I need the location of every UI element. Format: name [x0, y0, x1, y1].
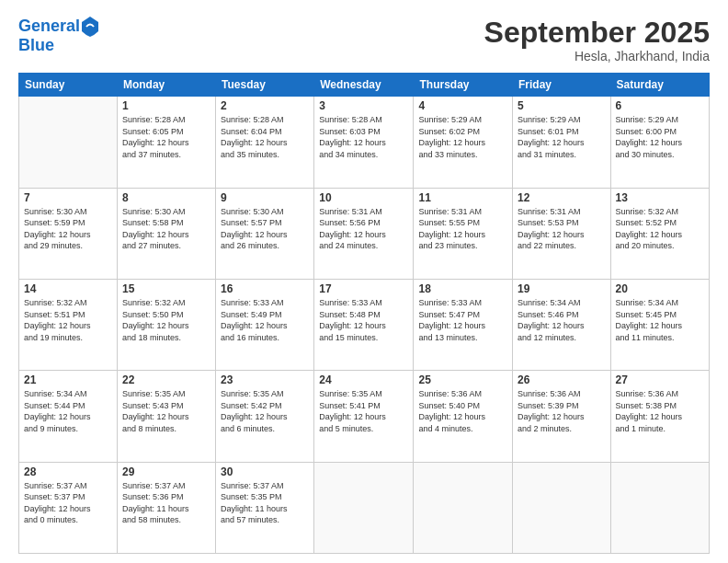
- calendar-cell: 6Sunrise: 5:29 AM Sunset: 6:00 PM Daylig…: [610, 97, 709, 188]
- calendar-cell: 29Sunrise: 5:37 AM Sunset: 5:36 PM Dayli…: [117, 462, 215, 553]
- calendar-week-0: 1Sunrise: 5:28 AM Sunset: 6:05 PM Daylig…: [19, 97, 710, 188]
- day-number: 8: [122, 191, 210, 204]
- cell-info: Sunrise: 5:35 AM Sunset: 5:41 PM Dayligh…: [319, 388, 408, 434]
- calendar-cell: 20Sunrise: 5:34 AM Sunset: 5:45 PM Dayli…: [610, 279, 709, 370]
- calendar-cell: [314, 462, 414, 553]
- page: General Blue September 2025 Hesla, Jhark…: [0, 0, 728, 563]
- weekday-tuesday: Tuesday: [216, 74, 314, 97]
- cell-info: Sunrise: 5:30 AM Sunset: 5:57 PM Dayligh…: [221, 206, 309, 252]
- cell-info: Sunrise: 5:31 AM Sunset: 5:55 PM Dayligh…: [418, 206, 507, 252]
- day-number: 2: [221, 99, 309, 112]
- weekday-wednesday: Wednesday: [314, 74, 414, 97]
- calendar-cell: 19Sunrise: 5:34 AM Sunset: 5:46 PM Dayli…: [513, 279, 611, 370]
- calendar-cell: 26Sunrise: 5:36 AM Sunset: 5:39 PM Dayli…: [513, 371, 611, 462]
- cell-info: Sunrise: 5:32 AM Sunset: 5:51 PM Dayligh…: [24, 297, 112, 343]
- day-number: 16: [221, 282, 309, 295]
- calendar-cell: 8Sunrise: 5:30 AM Sunset: 5:58 PM Daylig…: [117, 188, 215, 279]
- weekday-monday: Monday: [117, 74, 215, 97]
- weekday-saturday: Saturday: [610, 74, 709, 97]
- cell-info: Sunrise: 5:35 AM Sunset: 5:43 PM Dayligh…: [122, 388, 210, 434]
- day-number: 5: [518, 99, 606, 112]
- day-number: 14: [24, 282, 112, 295]
- logo-text: General: [18, 17, 80, 36]
- location: Hesla, Jharkhand, India: [484, 49, 710, 63]
- cell-info: Sunrise: 5:28 AM Sunset: 6:05 PM Dayligh…: [122, 114, 210, 160]
- day-number: 18: [418, 282, 507, 295]
- weekday-friday: Friday: [513, 74, 611, 97]
- cell-info: Sunrise: 5:34 AM Sunset: 5:44 PM Dayligh…: [24, 388, 112, 434]
- calendar-table: SundayMondayTuesdayWednesdayThursdayFrid…: [18, 73, 710, 554]
- cell-info: Sunrise: 5:31 AM Sunset: 5:53 PM Dayligh…: [518, 206, 606, 252]
- cell-info: Sunrise: 5:28 AM Sunset: 6:03 PM Dayligh…: [319, 114, 408, 160]
- calendar-cell: 14Sunrise: 5:32 AM Sunset: 5:51 PM Dayli…: [19, 279, 118, 370]
- calendar-cell: 13Sunrise: 5:32 AM Sunset: 5:52 PM Dayli…: [610, 188, 709, 279]
- day-number: 10: [319, 191, 408, 204]
- calendar-cell: 30Sunrise: 5:37 AM Sunset: 5:35 PM Dayli…: [216, 462, 314, 553]
- weekday-sunday: Sunday: [19, 74, 118, 97]
- logo-subtext: Blue: [18, 37, 98, 55]
- day-number: 21: [24, 373, 112, 386]
- calendar-cell: 2Sunrise: 5:28 AM Sunset: 6:04 PM Daylig…: [216, 97, 314, 188]
- day-number: 12: [518, 191, 606, 204]
- day-number: 3: [319, 99, 408, 112]
- day-number: 19: [518, 282, 606, 295]
- calendar-cell: 12Sunrise: 5:31 AM Sunset: 5:53 PM Dayli…: [513, 188, 611, 279]
- day-number: 23: [221, 373, 309, 386]
- cell-info: Sunrise: 5:33 AM Sunset: 5:48 PM Dayligh…: [319, 297, 408, 343]
- calendar-cell: [19, 97, 118, 188]
- day-number: 9: [221, 191, 309, 204]
- day-number: 29: [122, 465, 210, 478]
- cell-info: Sunrise: 5:37 AM Sunset: 5:36 PM Dayligh…: [122, 480, 210, 526]
- day-number: 7: [24, 191, 112, 204]
- cell-info: Sunrise: 5:32 AM Sunset: 5:50 PM Dayligh…: [122, 297, 210, 343]
- day-number: 15: [122, 282, 210, 295]
- day-number: 6: [616, 99, 704, 112]
- cell-info: Sunrise: 5:28 AM Sunset: 6:04 PM Dayligh…: [221, 114, 309, 160]
- day-number: 1: [122, 99, 210, 112]
- calendar-cell: 15Sunrise: 5:32 AM Sunset: 5:50 PM Dayli…: [117, 279, 215, 370]
- calendar-week-2: 14Sunrise: 5:32 AM Sunset: 5:51 PM Dayli…: [19, 279, 710, 370]
- cell-info: Sunrise: 5:36 AM Sunset: 5:40 PM Dayligh…: [418, 388, 507, 434]
- cell-info: Sunrise: 5:29 AM Sunset: 6:02 PM Dayligh…: [418, 114, 507, 160]
- calendar-cell: 25Sunrise: 5:36 AM Sunset: 5:40 PM Dayli…: [414, 371, 513, 462]
- calendar-cell: 17Sunrise: 5:33 AM Sunset: 5:48 PM Dayli…: [314, 279, 414, 370]
- day-number: 26: [518, 373, 606, 386]
- calendar-cell: [414, 462, 513, 553]
- calendar-cell: 18Sunrise: 5:33 AM Sunset: 5:47 PM Dayli…: [414, 279, 513, 370]
- cell-info: Sunrise: 5:34 AM Sunset: 5:46 PM Dayligh…: [518, 297, 606, 343]
- cell-info: Sunrise: 5:30 AM Sunset: 5:58 PM Dayligh…: [122, 206, 210, 252]
- calendar-cell: 23Sunrise: 5:35 AM Sunset: 5:42 PM Dayli…: [216, 371, 314, 462]
- cell-info: Sunrise: 5:35 AM Sunset: 5:42 PM Dayligh…: [221, 388, 309, 434]
- cell-info: Sunrise: 5:36 AM Sunset: 5:39 PM Dayligh…: [518, 388, 606, 434]
- month-title: September 2025: [484, 17, 710, 49]
- day-number: 27: [616, 373, 704, 386]
- day-number: 13: [616, 191, 704, 204]
- cell-info: Sunrise: 5:33 AM Sunset: 5:49 PM Dayligh…: [221, 297, 309, 343]
- day-number: 11: [418, 191, 507, 204]
- day-number: 30: [221, 465, 309, 478]
- day-number: 20: [616, 282, 704, 295]
- calendar-cell: 4Sunrise: 5:29 AM Sunset: 6:02 PM Daylig…: [414, 97, 513, 188]
- cell-info: Sunrise: 5:34 AM Sunset: 5:45 PM Dayligh…: [616, 297, 704, 343]
- calendar-cell: 3Sunrise: 5:28 AM Sunset: 6:03 PM Daylig…: [314, 97, 414, 188]
- cell-info: Sunrise: 5:30 AM Sunset: 5:59 PM Dayligh…: [24, 206, 112, 252]
- calendar-cell: 11Sunrise: 5:31 AM Sunset: 5:55 PM Dayli…: [414, 188, 513, 279]
- day-number: 28: [24, 465, 112, 478]
- day-number: 24: [319, 373, 408, 386]
- cell-info: Sunrise: 5:31 AM Sunset: 5:56 PM Dayligh…: [319, 206, 408, 252]
- calendar-cell: 28Sunrise: 5:37 AM Sunset: 5:37 PM Dayli…: [19, 462, 118, 553]
- day-number: 4: [418, 99, 507, 112]
- title-block: September 2025 Hesla, Jharkhand, India: [484, 17, 710, 63]
- cell-info: Sunrise: 5:36 AM Sunset: 5:38 PM Dayligh…: [616, 388, 704, 434]
- cell-info: Sunrise: 5:29 AM Sunset: 6:00 PM Dayligh…: [616, 114, 704, 160]
- cell-info: Sunrise: 5:29 AM Sunset: 6:01 PM Dayligh…: [518, 114, 606, 160]
- calendar-cell: 24Sunrise: 5:35 AM Sunset: 5:41 PM Dayli…: [314, 371, 414, 462]
- calendar-cell: 22Sunrise: 5:35 AM Sunset: 5:43 PM Dayli…: [117, 371, 215, 462]
- calendar-cell: 1Sunrise: 5:28 AM Sunset: 6:05 PM Daylig…: [117, 97, 215, 188]
- weekday-thursday: Thursday: [414, 74, 513, 97]
- calendar-week-1: 7Sunrise: 5:30 AM Sunset: 5:59 PM Daylig…: [19, 188, 710, 279]
- day-number: 25: [418, 373, 507, 386]
- logo-icon: [82, 17, 98, 37]
- calendar-cell: 16Sunrise: 5:33 AM Sunset: 5:49 PM Dayli…: [216, 279, 314, 370]
- day-number: 17: [319, 282, 408, 295]
